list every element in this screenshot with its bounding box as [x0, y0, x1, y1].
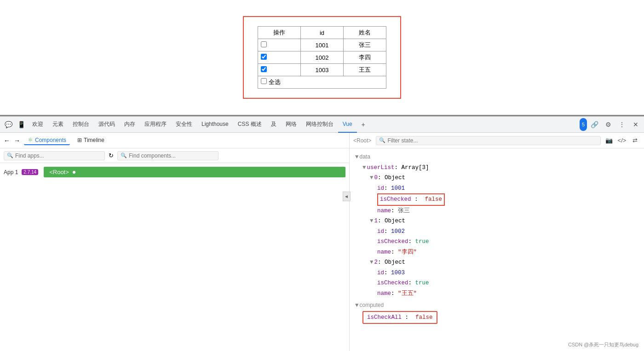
- item2-line: ▼ 2 : Object: [355, 257, 638, 268]
- more-icon[interactable]: ⋮: [615, 118, 628, 131]
- item0-id-line: id : 1001: [355, 183, 638, 194]
- forward-btn[interactable]: →: [14, 137, 20, 144]
- collapse-panel-btn[interactable]: ◄: [343, 192, 351, 201]
- item2-index: 2: [374, 257, 378, 268]
- device-icon[interactable]: 📱: [15, 118, 28, 131]
- search-row: 🔍 ↻ 🔍: [0, 148, 349, 163]
- item2-id-key: id: [377, 268, 384, 278]
- tab-timeline[interactable]: ⊞ Timeline: [74, 136, 108, 145]
- tab-lighthouse[interactable]: Lighthouse: [197, 116, 233, 133]
- col-header-id: id: [301, 27, 344, 39]
- item1-name-val: "李四": [398, 247, 417, 258]
- item2-name-val: "王五": [398, 289, 417, 299]
- ischeckall-colon: :: [405, 314, 412, 321]
- item1-index: 1: [374, 216, 378, 226]
- tab-console[interactable]: 控制台: [68, 116, 94, 133]
- root-dot: [73, 171, 75, 174]
- item1-id-colon: :: [384, 226, 391, 237]
- item0-id-colon: :: [384, 183, 391, 194]
- tab-sources[interactable]: 源代码: [94, 116, 120, 133]
- select-all-checkbox[interactable]: [261, 78, 267, 84]
- tab-css[interactable]: CSS 概述: [233, 116, 266, 133]
- item2-ischecked-key: isChecked: [377, 278, 408, 289]
- tab-welcome[interactable]: 欢迎: [28, 116, 48, 133]
- back-btn[interactable]: ←: [4, 137, 10, 144]
- tab-network[interactable]: 网络: [281, 116, 301, 133]
- expand-icon[interactable]: ⇄: [629, 135, 640, 146]
- item0-name-val: 张三: [398, 206, 410, 216]
- tab-security[interactable]: 安全性: [171, 116, 197, 133]
- item0-expand[interactable]: ▼: [370, 173, 374, 183]
- item2-ischecked-line: isChecked : true: [355, 278, 638, 289]
- tab-memory[interactable]: 内存: [120, 116, 140, 133]
- item1-name-colon: :: [391, 247, 398, 258]
- item1-type: Object: [385, 216, 405, 226]
- item0-name-line: name : 张三: [355, 206, 638, 216]
- computed-expand[interactable]: ▼: [355, 300, 359, 311]
- cell-id-0: 1001: [301, 39, 344, 51]
- screenshot-icon[interactable]: 📷: [604, 135, 615, 146]
- cell-name-2: 王五: [344, 64, 386, 76]
- checkbox-row-1[interactable]: [261, 54, 267, 60]
- filter-state-input[interactable]: [387, 137, 598, 144]
- checkbox-row-2[interactable]: [261, 66, 267, 72]
- right-panel: <Root> 🔍 📷 </> ⇄ ▼ data ▼ userList : Arr…: [350, 133, 644, 351]
- root-label-text: <Root>: [49, 169, 69, 176]
- computed-label: computed: [360, 300, 384, 311]
- attribution: CSDN @杀死一只知更鸟debug: [568, 341, 638, 348]
- add-tab-icon[interactable]: +: [357, 118, 370, 131]
- item1-ischecked-val: true: [415, 237, 429, 247]
- table-container: 操作 id 姓名 1001 张三 1002 李四 1003: [243, 16, 401, 99]
- tab-elements[interactable]: 元素: [48, 116, 68, 133]
- root-item[interactable]: <Root>: [44, 167, 345, 177]
- tab-and[interactable]: 及: [266, 116, 281, 133]
- checkbox-row-0[interactable]: [261, 41, 267, 47]
- tab-vue[interactable]: Vue: [338, 116, 357, 133]
- item0-id-val: 1001: [391, 183, 405, 194]
- item0-ischecked-key: isChecked: [380, 196, 411, 203]
- item2-id-val: 1003: [391, 268, 405, 278]
- item0-line: ▼ 0 : Object: [355, 173, 638, 183]
- refresh-icon[interactable]: ↻: [109, 152, 114, 159]
- right-toolbar: <Root> 🔍 📷 </> ⇄: [350, 133, 644, 148]
- close-icon[interactable]: ✕: [629, 118, 642, 131]
- find-components-input[interactable]: [129, 153, 215, 159]
- tab-application[interactable]: 应用程序: [140, 116, 171, 133]
- item0-ischecked-colon: :: [414, 196, 421, 203]
- item1-id-line: id : 1002: [355, 226, 638, 237]
- item2-expand[interactable]: ▼: [370, 257, 374, 268]
- item1-ischecked-line: isChecked : true: [355, 237, 638, 247]
- version-badge: 2.7.14: [22, 169, 38, 175]
- component-list: App 1 2.7.14 <Root>: [0, 163, 349, 351]
- filter-state-wrap[interactable]: 🔍: [376, 136, 601, 145]
- app-item[interactable]: App 1 2.7.14 <Root>: [0, 165, 349, 179]
- app-label: App 1: [4, 169, 18, 176]
- code-icon[interactable]: </>: [616, 135, 627, 146]
- computed-section: ▼ computed: [355, 300, 638, 311]
- item0-index: 0: [374, 173, 378, 183]
- find-apps-input[interactable]: [15, 153, 102, 159]
- item0-colon: :: [378, 173, 385, 183]
- settings-icon[interactable]: ⚙: [602, 118, 615, 131]
- item1-ischecked-key: isChecked: [377, 237, 408, 247]
- devtools-panel: ← → ⚛ Components ⊞ Timeline 🔍 ↻ 🔍: [0, 133, 644, 351]
- share-icon[interactable]: 🔗: [588, 118, 601, 131]
- item1-name-line: name : "李四": [355, 247, 638, 258]
- tab-components[interactable]: ⚛ Components: [24, 136, 70, 145]
- item0-type: Object: [385, 173, 405, 183]
- item1-expand[interactable]: ▼: [370, 216, 374, 226]
- col-header-name: 姓名: [344, 27, 386, 39]
- search-icon-apps: 🔍: [7, 153, 13, 159]
- find-apps-wrap[interactable]: 🔍: [4, 151, 105, 160]
- table-row: 1002 李四: [258, 51, 386, 64]
- find-components-wrap[interactable]: 🔍: [117, 151, 218, 160]
- item0-name-key: name: [377, 206, 391, 216]
- inspect-icon[interactable]: 💬: [2, 118, 15, 131]
- tab-network-console[interactable]: 网络控制台: [301, 116, 338, 133]
- components-icon: ⚛: [28, 136, 33, 143]
- item0-ischecked-val: false: [425, 196, 443, 203]
- data-expand-arrow[interactable]: ▼: [355, 152, 359, 163]
- right-icons: 📷 </> ⇄: [604, 135, 640, 146]
- col-header-operation: 操作: [258, 27, 301, 39]
- userlist-expand[interactable]: ▼: [362, 163, 366, 173]
